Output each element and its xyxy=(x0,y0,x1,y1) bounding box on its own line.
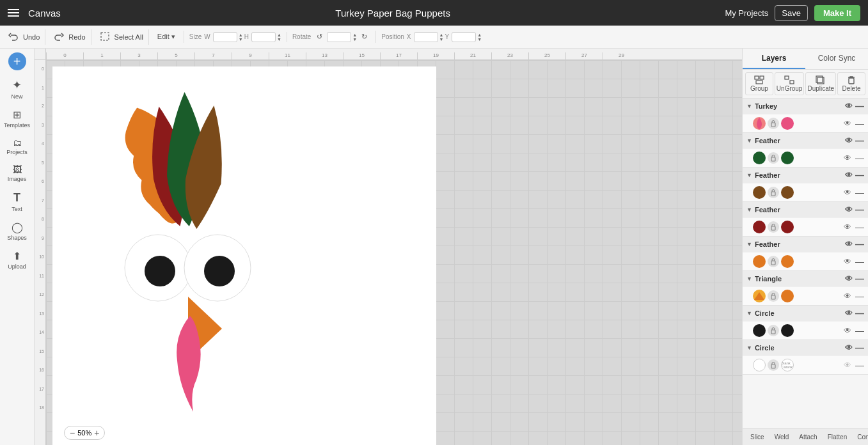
feather1-layer-item[interactable]: 👁 — xyxy=(743,148,868,167)
circle1-thumb1 xyxy=(753,324,766,337)
turkey-item-menu[interactable]: — xyxy=(855,118,864,129)
layer-group-header-circle2[interactable]: ▼ Circle 👁 — xyxy=(743,340,868,355)
circle1-visibility-icon[interactable]: 👁 xyxy=(845,309,853,318)
turkey-visibility-icon[interactable]: 👁 xyxy=(845,102,853,111)
layer-group-header-feather2[interactable]: ▼ Feather 👁 — xyxy=(743,168,868,183)
triangle-visibility-icon[interactable]: 👁 xyxy=(845,274,853,283)
width-up[interactable]: ▲ xyxy=(239,33,243,37)
feather4-item-eye[interactable]: 👁 xyxy=(844,257,851,266)
feather3-visibility-icon[interactable]: 👁 xyxy=(845,205,853,214)
canvas-container[interactable]: 0 1 3 5 7 9 11 13 15 17 19 21 23 25 27 2… xyxy=(35,49,742,445)
sidebar-item-new[interactable]: ✦ New xyxy=(2,74,33,104)
canvas-work[interactable]: − 50% + xyxy=(46,60,742,445)
contour-button[interactable]: Contour xyxy=(853,432,868,442)
turkey-layer-item[interactable]: 👁 — xyxy=(743,114,868,132)
triangle-layer-item[interactable]: 👁 — xyxy=(743,286,868,305)
flatten-button[interactable]: Flatten xyxy=(824,432,851,442)
circle2-layer-item[interactable]: Blank Canvas 👁 — xyxy=(743,355,868,374)
my-projects-button[interactable]: My Projects xyxy=(725,8,768,18)
layer-group-feather3: ▼ Feather 👁 — 👁 xyxy=(743,202,868,237)
tab-layers[interactable]: Layers xyxy=(743,49,805,69)
add-new-button[interactable]: + xyxy=(8,52,26,70)
width-input[interactable] xyxy=(213,32,237,42)
x-down[interactable]: ▼ xyxy=(439,37,444,42)
feather2-thumb1 xyxy=(753,186,766,199)
triangle-thumb2 xyxy=(781,290,794,302)
feather4-layer-item[interactable]: 👁 — xyxy=(743,252,868,270)
topbar: Canvas Turkey Paper Bag Puppets My Proje… xyxy=(0,0,868,26)
feather1-visibility-icon[interactable]: 👁 xyxy=(845,136,853,145)
layer-group-header-circle1[interactable]: ▼ Circle 👁 — xyxy=(743,306,868,321)
width-down[interactable]: ▼ xyxy=(239,37,243,42)
layer-group-header-feather4[interactable]: ▼ Feather 👁 — xyxy=(743,237,868,252)
zoom-bar: − 50% + xyxy=(64,426,105,440)
rotate-ccw-button[interactable]: ↺ xyxy=(313,31,326,43)
circle2-visibility-icon[interactable]: 👁 xyxy=(845,343,853,352)
turkey-menu-icon[interactable]: — xyxy=(855,101,864,111)
x-up[interactable]: ▲ xyxy=(439,33,444,37)
topbar-actions: My Projects Save Make It xyxy=(725,5,860,21)
projects-icon: 🗂 xyxy=(13,137,22,148)
height-input[interactable] xyxy=(251,32,276,42)
svg-rect-14 xyxy=(849,78,854,84)
sidebar-item-templates[interactable]: ⊞ Templates xyxy=(2,105,33,132)
rotate-input[interactable] xyxy=(327,32,351,42)
feather3-item-eye[interactable]: 👁 xyxy=(844,222,851,231)
edit-button[interactable]: Edit ▾ xyxy=(154,31,178,43)
weld-button[interactable]: Weld xyxy=(771,432,793,442)
height-up[interactable]: ▲ xyxy=(277,33,281,37)
slice-button[interactable]: Slice xyxy=(746,432,768,442)
group-button[interactable]: Group xyxy=(745,72,773,95)
layer-group-header-feather3[interactable]: ▼ Feather 👁 — xyxy=(743,202,868,217)
triangle-item-eye[interactable]: 👁 xyxy=(844,292,851,301)
height-down[interactable]: ▼ xyxy=(277,37,281,42)
sidebar-item-images[interactable]: 🖼 Images xyxy=(2,160,33,186)
feather3-layer-item[interactable]: 👁 — xyxy=(743,217,868,236)
feather4-thumb2 xyxy=(781,255,794,268)
feather2-layer-item[interactable]: 👁 — xyxy=(743,183,868,201)
sidebar-item-shapes[interactable]: ◯ Shapes xyxy=(2,217,33,245)
svg-rect-17 xyxy=(771,192,775,196)
svg-point-5 xyxy=(204,256,235,286)
sidebar-item-projects[interactable]: 🗂 Projects xyxy=(2,134,33,159)
feather4-visibility-icon[interactable]: 👁 xyxy=(845,240,853,249)
feather2-item-eye[interactable]: 👁 xyxy=(844,188,851,197)
zoom-in-button[interactable]: + xyxy=(94,428,99,438)
zoom-out-button[interactable]: − xyxy=(70,428,75,438)
circle2-item-eye[interactable]: 👁 xyxy=(844,361,851,370)
feather2-lock xyxy=(768,187,779,198)
y-input[interactable] xyxy=(452,32,476,42)
layer-group-header-triangle[interactable]: ▼ Triangle 👁 — xyxy=(743,271,868,286)
undo-button[interactable] xyxy=(5,29,22,45)
duplicate-button[interactable]: Duplicate xyxy=(805,72,836,95)
tab-color-sync[interactable]: Color Sync xyxy=(805,49,868,69)
circle1-item-eye[interactable]: 👁 xyxy=(844,326,851,335)
sidebar-label-shapes: Shapes xyxy=(7,235,27,241)
rotate-cw-button[interactable]: ↻ xyxy=(358,31,370,43)
x-input[interactable] xyxy=(414,32,438,42)
turkey-thumb-1 xyxy=(753,117,766,130)
feather1-item-eye[interactable]: 👁 xyxy=(844,153,851,162)
save-button[interactable]: Save xyxy=(775,5,808,21)
sidebar-item-upload[interactable]: ⬆ Upload xyxy=(2,246,33,274)
turkey-item-eye[interactable]: 👁 xyxy=(844,119,851,128)
menu-icon[interactable] xyxy=(8,9,19,17)
ungroup-button[interactable]: UnGroup xyxy=(775,72,805,95)
layer-group-header-turkey[interactable]: ▼ Turkey 👁 — xyxy=(743,98,868,114)
rotate-down[interactable]: ▼ xyxy=(352,37,357,42)
y-down[interactable]: ▼ xyxy=(477,37,482,42)
make-it-button[interactable]: Make It xyxy=(814,5,860,21)
layer-group-header-feather1[interactable]: ▼ Feather 👁 — xyxy=(743,133,868,148)
sidebar-item-text[interactable]: T Text xyxy=(2,187,33,216)
redo-button[interactable] xyxy=(51,29,67,45)
feather2-visibility-icon[interactable]: 👁 xyxy=(845,171,853,180)
y-up[interactable]: ▲ xyxy=(477,33,482,37)
attach-button[interactable]: Attach xyxy=(795,432,821,442)
layer-group-turkey: ▼ Turkey 👁 — 👁 xyxy=(743,98,868,133)
circle1-layer-item[interactable]: 👁 — xyxy=(743,321,868,340)
svg-rect-16 xyxy=(771,157,775,161)
delete-button[interactable]: Delete xyxy=(837,72,865,95)
rotate-up[interactable]: ▲ xyxy=(352,33,357,37)
svg-rect-7 xyxy=(755,76,759,79)
select-all-button[interactable] xyxy=(97,29,113,45)
